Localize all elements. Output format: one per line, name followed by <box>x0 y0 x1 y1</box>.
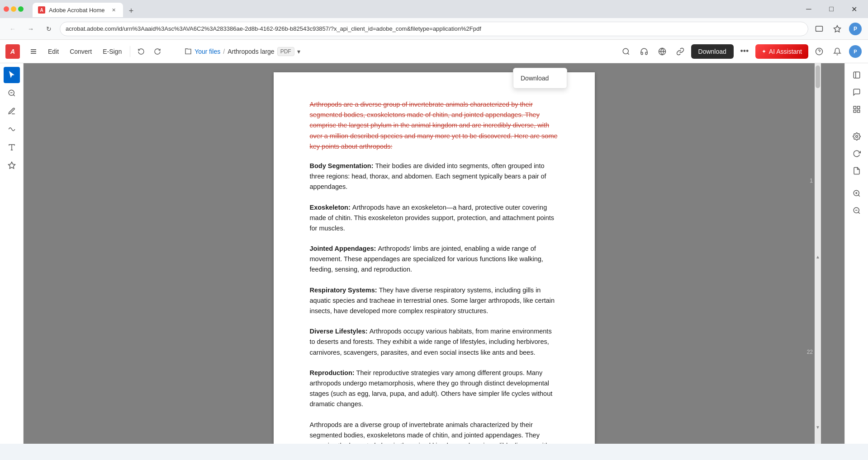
highlight-tool[interactable] <box>4 157 20 174</box>
esign-label: E-Sign <box>103 48 122 55</box>
reproduction-para: Reproduction: Their reproductive strateg… <box>310 368 559 410</box>
notifications-button[interactable] <box>830 44 844 59</box>
edit-label: Edit <box>48 48 59 55</box>
page-view-button[interactable] <box>849 163 865 179</box>
page-number-1: 1 <box>810 178 813 184</box>
user-avatar: P <box>849 45 862 58</box>
diverse-lifestyles-title: Diverse Lifestyles: <box>310 328 370 335</box>
profile-initial: P <box>854 26 857 32</box>
reproduction-title: Reproduction: <box>310 369 356 376</box>
pdf-dropdown-arrow[interactable]: ▾ <box>297 48 300 55</box>
back-button[interactable]: ← <box>5 22 20 36</box>
address-text: acrobat.adobe.com/id/urn%3Aaaid%3Asc%3AV… <box>66 25 481 32</box>
document-title: Arthropods large <box>228 48 275 55</box>
bookmark-button[interactable] <box>830 22 844 36</box>
tab-favicon: A <box>38 6 45 14</box>
right-tools-sidebar <box>844 63 868 444</box>
svg-rect-0 <box>816 26 823 31</box>
svg-rect-12 <box>857 106 859 108</box>
download-button[interactable]: Download <box>691 44 734 59</box>
svg-point-2 <box>623 48 628 54</box>
svg-rect-11 <box>854 106 856 108</box>
zoom-out-button[interactable] <box>849 202 865 219</box>
profile-menu-button[interactable]: P <box>848 22 863 36</box>
annotate-tool[interactable] <box>4 103 20 119</box>
traffic-light-close[interactable] <box>4 6 9 12</box>
document-area: 1 22 ▲ ▼ Arthropods are a diverse group … <box>24 63 844 444</box>
jointed-appendages-para: Jointed Appendages: Arthropods' limbs ar… <box>310 244 559 275</box>
diverse-lifestyles-para: Diverse Lifestyles: Arthropods occupy va… <box>310 326 559 358</box>
svg-rect-14 <box>857 110 859 113</box>
pdf-page: Arthropods are a diverse group of invert… <box>274 72 595 444</box>
close-button[interactable]: ✕ <box>844 2 864 16</box>
active-tab[interactable]: A Adobe Acrobat Home ✕ <box>33 3 123 17</box>
exoskeleton-para: Exoskeleton: Arthropods have an exoskele… <box>310 202 559 234</box>
forward-button[interactable]: → <box>24 22 38 36</box>
cast-button[interactable] <box>812 22 826 36</box>
reload-button[interactable]: ↻ <box>42 22 56 36</box>
address-bar[interactable]: acrobat.adobe.com/id/urn%3Aaaid%3Asc%3AV… <box>60 22 808 36</box>
sep1 <box>130 46 130 57</box>
strikethrough-paragraph: Arthropods are a diverse group of invert… <box>310 99 559 152</box>
svg-rect-13 <box>854 110 856 113</box>
esign-button[interactable]: E-Sign <box>98 45 126 58</box>
svg-marker-1 <box>834 25 841 32</box>
settings-button[interactable] <box>849 128 865 145</box>
refresh-button[interactable] <box>849 146 865 162</box>
pdf-badge: PDF <box>277 47 294 56</box>
your-files-label[interactable]: Your files <box>194 48 220 55</box>
svg-point-15 <box>855 136 858 138</box>
exoskeleton-title: Exoskeleton: <box>310 204 352 211</box>
maximize-button[interactable]: □ <box>821 2 842 16</box>
traffic-light-minimize[interactable] <box>11 6 16 12</box>
convert-button[interactable]: Convert <box>65 45 96 58</box>
account-button[interactable]: P <box>848 44 863 59</box>
more-icon: ••• <box>740 47 749 56</box>
ai-assistant-button[interactable]: ✦ AI Assistant <box>755 44 808 59</box>
svg-rect-10 <box>854 72 860 78</box>
translate-button[interactable] <box>655 44 669 59</box>
new-tab-button[interactable]: + <box>125 5 138 17</box>
download-button-label: Download <box>698 48 726 55</box>
traffic-light-maximize[interactable] <box>18 6 24 12</box>
tab-close-button[interactable]: ✕ <box>110 6 118 14</box>
cursor-tool[interactable] <box>4 67 20 83</box>
more-options-button[interactable]: ••• <box>737 44 752 59</box>
text-select-tool[interactable] <box>4 139 20 155</box>
draw-tool[interactable] <box>4 121 20 137</box>
undo-button[interactable] <box>134 44 148 59</box>
download-dropdown: Download <box>513 68 567 89</box>
acrobat-logo: A <box>5 44 20 59</box>
panel-toggle[interactable] <box>849 67 865 83</box>
jointed-appendages-title: Jointed Appendages: <box>310 245 378 252</box>
profile-avatar: P <box>849 23 862 35</box>
breadcrumb: Your files / Arthropods large PDF ▾ <box>185 47 300 56</box>
headphones-button[interactable] <box>637 44 651 59</box>
tab-label: Adobe Acrobat Home <box>49 7 105 14</box>
back-history-button[interactable] <box>25 45 42 58</box>
respiratory-systems-para: Respiratory Systems: They have diverse r… <box>310 285 559 317</box>
breadcrumb-separator: / <box>223 48 225 55</box>
zoom-out-tool[interactable] <box>4 85 20 101</box>
convert-label: Convert <box>70 48 92 55</box>
download-dropdown-item[interactable]: Download <box>513 71 567 85</box>
repeat-paragraph: Arthropods are a diverse group of invert… <box>310 420 559 444</box>
comment-panel-button[interactable] <box>849 84 865 100</box>
minimize-button[interactable]: ─ <box>798 2 819 16</box>
scroll-up-arrow[interactable]: ▲ <box>815 253 821 260</box>
scroll-down-arrow[interactable]: ▼ <box>815 424 821 430</box>
edit-button[interactable]: Edit <box>43 45 63 58</box>
zoom-in-button[interactable] <box>849 185 865 202</box>
redo-button[interactable] <box>150 44 165 59</box>
left-tools-sidebar <box>0 63 24 444</box>
body-segmentation-title: Body Segmentation: <box>310 162 375 169</box>
thumbnail-panel-button[interactable] <box>849 101 865 117</box>
respiratory-title: Respiratory Systems: <box>310 286 379 294</box>
help-button[interactable] <box>812 44 826 59</box>
ai-assistant-label: AI Assistant <box>769 48 802 55</box>
ai-sparkle-icon: ✦ <box>762 48 766 55</box>
search-button[interactable] <box>619 44 633 59</box>
link-button[interactable] <box>673 44 688 59</box>
body-segmentation-para: Body Segmentation: Their bodies are divi… <box>310 161 559 192</box>
scrollbar-thumb[interactable] <box>816 66 820 88</box>
